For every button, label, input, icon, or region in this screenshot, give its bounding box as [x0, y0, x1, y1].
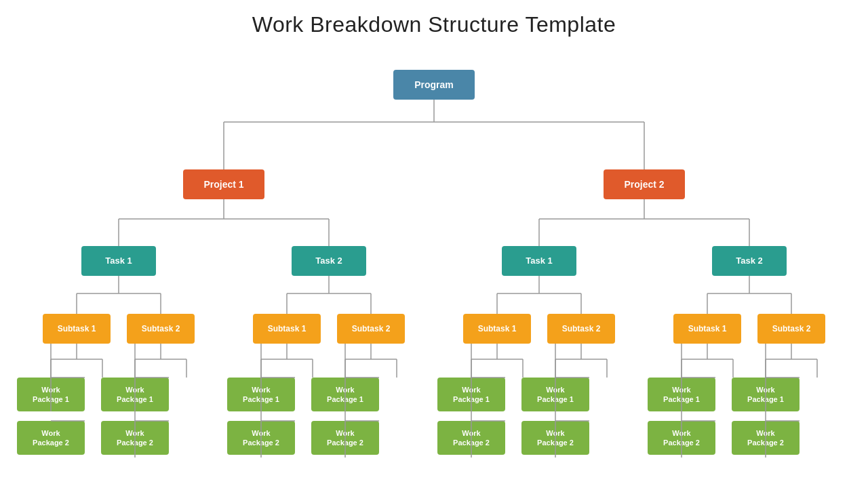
p1t2s2-wp2-node: WorkPackage 2 — [311, 421, 379, 455]
p1t1-sub2-node: Subtask 2 — [127, 314, 195, 344]
p2t2s2-wp2-node: WorkPackage 2 — [732, 421, 800, 455]
chart-container: Program Project 1 Project 2 Task 1 Task … — [14, 44, 854, 488]
p2t2s1-wp2-node: WorkPackage 2 — [648, 421, 715, 455]
p1-task1-node: Task 1 — [81, 246, 156, 276]
page-title: Work Breakdown Structure Template — [252, 12, 616, 37]
p2t2-sub2-node: Subtask 2 — [757, 314, 825, 344]
p1t1s2-wp2-node: WorkPackage 2 — [101, 421, 169, 455]
tree-layout: Program Project 1 Project 2 Task 1 Task … — [14, 44, 854, 488]
program-node: Program — [393, 70, 475, 100]
project2-node: Project 2 — [604, 169, 685, 199]
p2t1s1-wp2-node: WorkPackage 2 — [437, 421, 505, 455]
p1t1-sub1-node: Subtask 1 — [43, 314, 111, 344]
p2t1-sub2-node: Subtask 2 — [547, 314, 615, 344]
p1t2s1-wp1-node: WorkPackage 1 — [227, 378, 295, 411]
p2t1s1-wp1-node: WorkPackage 1 — [437, 378, 505, 411]
p1t2s2-wp1-node: WorkPackage 1 — [311, 378, 379, 411]
p1t2s1-wp2-node: WorkPackage 2 — [227, 421, 295, 455]
p2-task1-node: Task 1 — [502, 246, 576, 276]
p1t2-sub1-node: Subtask 1 — [253, 314, 321, 344]
p2t1s2-wp1-node: WorkPackage 1 — [521, 378, 589, 411]
p2t2s1-wp1-node: WorkPackage 1 — [648, 378, 715, 411]
p1-task2-node: Task 2 — [292, 246, 366, 276]
p2t1s2-wp2-node: WorkPackage 2 — [521, 421, 589, 455]
p1t1s1-wp2-node: WorkPackage 2 — [17, 421, 85, 455]
p2t1-sub1-node: Subtask 1 — [463, 314, 531, 344]
p1t1s1-wp1-node: WorkPackage 1 — [17, 378, 85, 411]
p2t2-sub1-node: Subtask 1 — [673, 314, 741, 344]
p2t2s2-wp1-node: WorkPackage 1 — [732, 378, 800, 411]
p2-task2-node: Task 2 — [712, 246, 787, 276]
project1-node: Project 1 — [183, 169, 264, 199]
p1t2-sub2-node: Subtask 2 — [337, 314, 405, 344]
p1t1s2-wp1-node: WorkPackage 1 — [101, 378, 169, 411]
